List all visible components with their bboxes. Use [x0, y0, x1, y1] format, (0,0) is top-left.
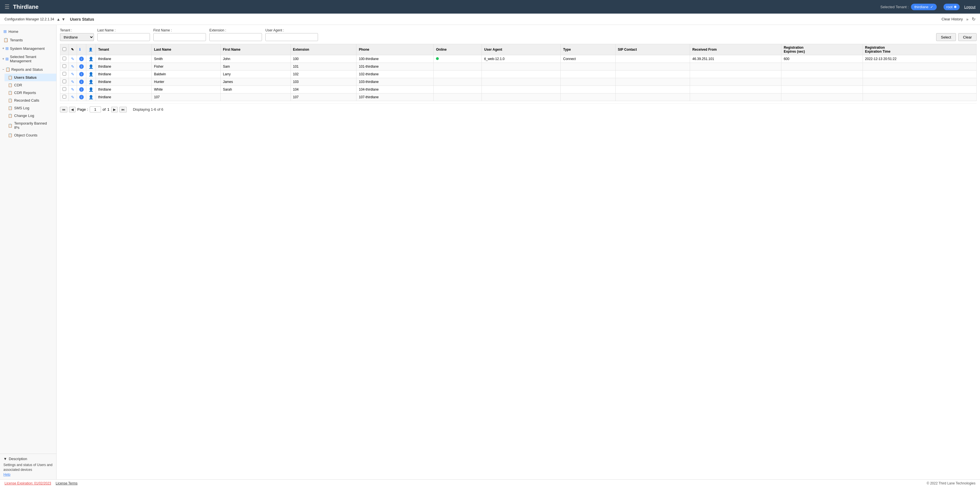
select-button[interactable]: Select — [936, 33, 956, 41]
row-checkbox[interactable] — [62, 87, 66, 91]
row-tenant: thirdlane — [96, 70, 152, 78]
license-terms[interactable]: License Terms — [56, 481, 78, 485]
row-first-name: Sarah — [220, 86, 291, 93]
sidebar-group-system-header[interactable]: + ⊞ System Management — [0, 44, 56, 53]
sidebar-item-users-status[interactable]: 📋 Users Status — [5, 73, 56, 81]
info-icon[interactable]: i — [79, 72, 84, 77]
row-sip-contact — [615, 70, 690, 78]
app-title: Thirdlane — [13, 4, 880, 10]
edit-icon[interactable]: ✎ — [71, 72, 75, 77]
row-first-name: Sam — [220, 63, 291, 70]
row-phone: 100-thirdlane — [356, 55, 434, 63]
footer-right: © 2022 Third Lane Technologies — [926, 481, 975, 485]
home-icon: ⊞ — [3, 29, 7, 34]
user-icon[interactable]: 👤 — [89, 87, 93, 92]
user-icon[interactable]: 👤 — [89, 57, 93, 61]
sidebar-item-tenants[interactable]: 📋 Tenants — [0, 36, 56, 44]
row-checkbox[interactable] — [62, 95, 66, 99]
edit-icon[interactable]: ✎ — [71, 64, 75, 69]
sidebar-item-cdr-reports[interactable]: 📋 CDR Reports — [5, 89, 56, 97]
user-icon[interactable]: 👤 — [89, 80, 93, 84]
row-extension: 103 — [291, 78, 356, 86]
sms-log-icon: 📋 — [8, 106, 13, 110]
edit-icon[interactable]: ✎ — [71, 87, 75, 92]
edit-icon[interactable]: ✎ — [71, 95, 75, 99]
row-info-cell: i — [77, 86, 86, 93]
th-extension: Extension — [291, 44, 356, 55]
nav-down-icon[interactable]: ▼ — [61, 17, 65, 22]
edit-icon[interactable]: ✎ — [71, 57, 75, 61]
user-agent-filter: User Agent : — [266, 28, 318, 41]
row-type — [561, 63, 615, 70]
of-label: of — [103, 107, 106, 112]
last-page-button[interactable]: ⏭ — [119, 107, 127, 112]
info-icon[interactable]: i — [79, 57, 84, 61]
row-extension: 101 — [291, 63, 356, 70]
row-checkbox[interactable] — [62, 72, 66, 76]
sidebar-group-reports-header[interactable]: − 📋 Reports and Status — [0, 65, 56, 73]
sidebar-group-tenant-mgmt-header[interactable]: + ⊞ Selected Tenant Management — [0, 53, 56, 65]
sidebar-item-change-log[interactable]: 📋 Change Log — [5, 112, 56, 120]
user-agent-input[interactable] — [266, 33, 318, 41]
filter-row: Tenant : thirdlane Last Name : First Nam… — [60, 28, 977, 41]
clear-history-button[interactable]: Clear History — [942, 17, 963, 21]
select-all-checkbox[interactable] — [62, 47, 66, 51]
clear-button[interactable]: Clear — [958, 33, 977, 41]
row-received-from: 46.39.251.101 — [690, 55, 781, 63]
row-checkbox[interactable] — [62, 57, 66, 60]
row-received-from — [690, 93, 781, 101]
row-info-cell: i — [77, 55, 86, 63]
sidebar-item-sms-log[interactable]: 📋 SMS Log — [5, 104, 56, 112]
row-checkbox[interactable] — [62, 64, 66, 68]
row-type — [561, 86, 615, 93]
tenant-select[interactable]: thirdlane — [60, 33, 94, 41]
user-icon[interactable]: 👤 — [89, 64, 93, 69]
row-type — [561, 78, 615, 86]
first-page-button[interactable]: ⏮ — [60, 107, 67, 112]
tenant-name: thirdlane — [914, 5, 929, 9]
row-checkbox-cell — [60, 78, 69, 86]
extension-filter: Extension : — [209, 28, 262, 41]
refresh-icon[interactable]: ↻ — [972, 16, 975, 22]
info-icon[interactable]: i — [79, 64, 84, 69]
row-last-name: 107 — [152, 93, 220, 101]
info-icon[interactable]: i — [79, 87, 84, 92]
logout-button[interactable]: Logout — [964, 5, 975, 9]
next-page-button[interactable]: ▶ — [111, 107, 118, 112]
recorded-calls-label: Recorded Calls — [14, 98, 39, 102]
user-icon[interactable]: 👤 — [89, 95, 93, 99]
help-link[interactable]: Help — [3, 473, 11, 476]
edit-icon[interactable]: ✎ — [71, 80, 75, 84]
user-icon[interactable]: 👤 — [89, 72, 93, 77]
th-sip-contact: SIP Contact — [615, 44, 690, 55]
sidebar-item-banned-ips[interactable]: 📋 Temporarily Banned IPs — [5, 120, 56, 131]
description-header[interactable]: ▼ Description — [3, 457, 53, 461]
menu-icon[interactable]: ☰ — [5, 3, 10, 10]
last-name-filter: Last Name : — [97, 28, 150, 41]
object-counts-icon: 📋 — [8, 133, 13, 137]
users-status-icon: 📋 — [8, 75, 13, 80]
row-user-cell: 👤 — [86, 55, 96, 63]
first-name-input[interactable] — [153, 33, 206, 41]
row-online — [434, 86, 482, 93]
page-number-input[interactable] — [90, 107, 101, 112]
info-icon[interactable]: i — [79, 95, 84, 99]
row-checkbox[interactable] — [62, 80, 66, 83]
sidebar-item-label: Tenants — [10, 38, 23, 42]
tenant-badge[interactable]: thirdlane ✓ — [911, 4, 937, 10]
sidebar-item-home[interactable]: ⊞ Home — [0, 27, 56, 36]
chevron-right-icon[interactable]: » — [966, 17, 969, 22]
sidebar-item-recorded-calls[interactable]: 📋 Recorded Calls — [5, 97, 56, 104]
sidebar-item-cdr[interactable]: 📋 CDR — [5, 81, 56, 89]
last-name-input[interactable] — [97, 33, 150, 41]
nav-up-icon[interactable]: ▲ — [56, 17, 60, 22]
info-icon[interactable]: i — [79, 80, 84, 84]
row-edit-cell: ✎ — [69, 78, 77, 86]
sidebar-item-object-counts[interactable]: 📋 Object Counts — [5, 131, 56, 139]
extension-input[interactable] — [209, 33, 262, 41]
license-expiry[interactable]: License Expiration: 01/02/2023 — [5, 481, 51, 485]
row-sip-contact — [615, 78, 690, 86]
tenant-filter: Tenant : thirdlane — [60, 28, 94, 41]
row-extension: 107 — [291, 93, 356, 101]
prev-page-button[interactable]: ◀ — [69, 107, 76, 112]
